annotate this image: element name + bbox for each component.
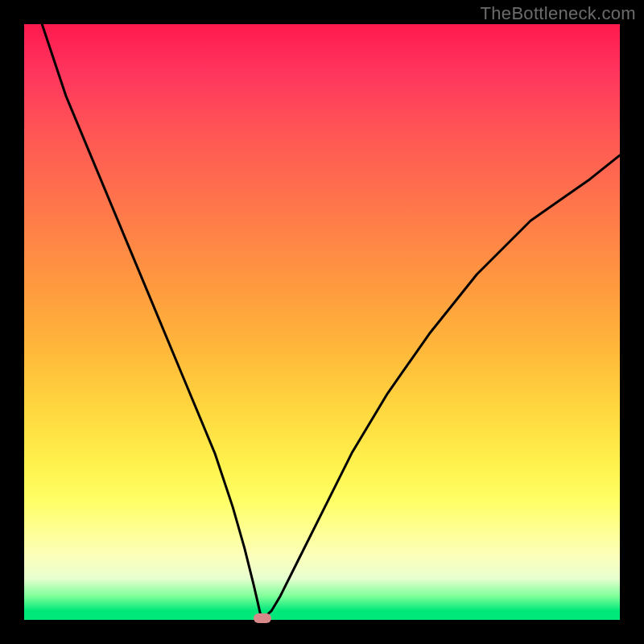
plot-area (24, 24, 620, 620)
watermark-text: TheBottleneck.com (481, 3, 636, 24)
bottleneck-curve (24, 24, 620, 620)
chart-frame: TheBottleneck.com (0, 0, 644, 644)
minimum-marker (254, 613, 271, 623)
